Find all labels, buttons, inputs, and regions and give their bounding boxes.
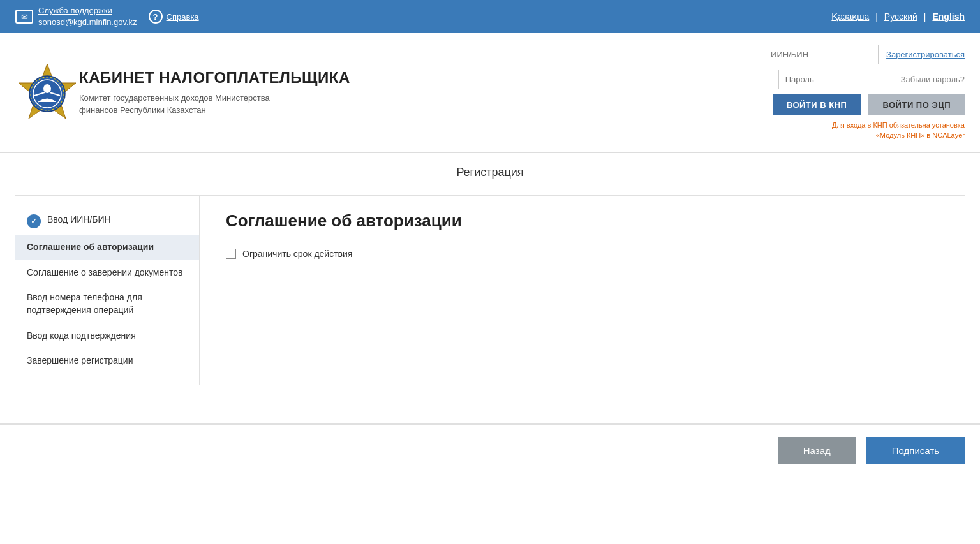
logo bbox=[15, 61, 79, 124]
sidebar-label-2: Соглашение об авторизации bbox=[27, 241, 154, 254]
limit-validity-label: Ограничить срок действия bbox=[242, 249, 352, 259]
subtitle-line2: финансов Республики Казахстан bbox=[79, 105, 206, 115]
ecp-note: Для входа в КНП обязательна установка «М… bbox=[824, 121, 965, 140]
header: КАБИНЕТ НАЛОГОПЛАТЕЛЬЩИКА Комитет госуда… bbox=[0, 33, 980, 153]
header-login-area: Зарегистрироваться Забыли пароль? ВОЙТИ … bbox=[761, 45, 965, 140]
content-layout: ✓ Ввод ИИН/БИН Соглашение об авторизации… bbox=[15, 195, 965, 385]
support-section: ✉ Служба поддержки sonosd@kgd.minfin.gov… bbox=[15, 5, 137, 28]
limit-validity-checkbox[interactable] bbox=[226, 249, 236, 259]
sidebar-label-6: Завершение регистрации bbox=[27, 355, 133, 367]
sign-button[interactable]: Подписать bbox=[866, 437, 965, 464]
email-icon: ✉ bbox=[15, 10, 33, 24]
support-email-link[interactable]: sonosd@kgd.minfin.gov.kz bbox=[38, 17, 137, 28]
login-row-3: ВОЙТИ В КНП ВОЙТИ ПО ЭЦП bbox=[773, 94, 965, 115]
sidebar-item-finish[interactable]: Завершение регистрации bbox=[15, 348, 199, 374]
svg-point-1 bbox=[29, 76, 65, 112]
limit-validity-row: Ограничить срок действия bbox=[226, 249, 939, 259]
lang-ru[interactable]: Русский bbox=[884, 11, 917, 22]
check-icon-1: ✓ bbox=[27, 214, 41, 228]
forgot-password-link[interactable]: Забыли пароль? bbox=[901, 75, 965, 84]
register-link[interactable]: Зарегистрироваться bbox=[886, 50, 965, 59]
lang-kz[interactable]: Қазақша bbox=[831, 11, 869, 22]
main-panel: Соглашение об авторизации Ограничить сро… bbox=[200, 196, 965, 385]
top-bar: ✉ Служба поддержки sonosd@kgd.minfin.gov… bbox=[0, 0, 980, 33]
help-button[interactable]: ? Справка bbox=[149, 10, 199, 24]
sidebar-item-phone[interactable]: Ввод номера телефона для подтверждения о… bbox=[15, 285, 199, 323]
svg-point-3 bbox=[43, 84, 51, 93]
main-section: Регистрация ✓ Ввод ИИН/БИН Соглашение об… bbox=[0, 153, 980, 398]
lang-en[interactable]: English bbox=[932, 11, 965, 22]
subtitle-line1: Комитет государственных доходов Министер… bbox=[79, 93, 270, 103]
page-title: Регистрация bbox=[15, 166, 965, 179]
password-input[interactable] bbox=[778, 70, 893, 89]
sidebar-label-5: Ввод кода подтверждения bbox=[27, 330, 136, 342]
login-button[interactable]: ВОЙТИ В КНП bbox=[773, 94, 861, 115]
sidebar-label-4: Ввод номера телефона для подтверждения о… bbox=[27, 291, 188, 316]
ecp-button[interactable]: ВОЙТИ ПО ЭЦП bbox=[868, 94, 965, 115]
sidebar-label-1: Ввод ИИН/БИН bbox=[47, 214, 111, 226]
login-row-1: Зарегистрироваться bbox=[764, 45, 965, 64]
top-bar-left: ✉ Служба поддержки sonosd@kgd.minfin.gov… bbox=[15, 5, 199, 28]
sidebar: ✓ Ввод ИИН/БИН Соглашение об авторизации… bbox=[15, 196, 200, 385]
iin-bin-input[interactable] bbox=[764, 45, 879, 64]
help-label[interactable]: Справка bbox=[167, 12, 199, 22]
section-heading: Соглашение об авторизации bbox=[226, 211, 939, 231]
sidebar-item-iin[interactable]: ✓ Ввод ИИН/БИН bbox=[15, 207, 199, 235]
bottom-actions: Назад Подписать bbox=[0, 423, 980, 476]
sidebar-label-3: Соглашение о заверении документов bbox=[27, 267, 182, 279]
header-title: КАБИНЕТ НАЛОГОПЛАТЕЛЬЩИКА bbox=[79, 69, 761, 87]
login-row-2: Забыли пароль? bbox=[778, 70, 965, 89]
support-name-link[interactable]: Служба поддержки bbox=[38, 5, 137, 17]
sidebar-item-auth-agreement[interactable]: Соглашение об авторизации bbox=[15, 235, 199, 260]
support-text: Служба поддержки sonosd@kgd.minfin.gov.k… bbox=[38, 5, 137, 28]
back-button[interactable]: Назад bbox=[778, 437, 856, 464]
header-title-area: КАБИНЕТ НАЛОГОПЛАТЕЛЬЩИКА Комитет госуда… bbox=[79, 69, 761, 117]
sidebar-item-code[interactable]: Ввод кода подтверждения bbox=[15, 323, 199, 349]
help-icon: ? bbox=[149, 10, 163, 24]
sidebar-item-doc-agreement[interactable]: Соглашение о заверении документов bbox=[15, 260, 199, 286]
header-subtitle: Комитет государственных доходов Министер… bbox=[79, 92, 296, 117]
language-selector: Қазақша | Русский | English bbox=[831, 11, 965, 22]
